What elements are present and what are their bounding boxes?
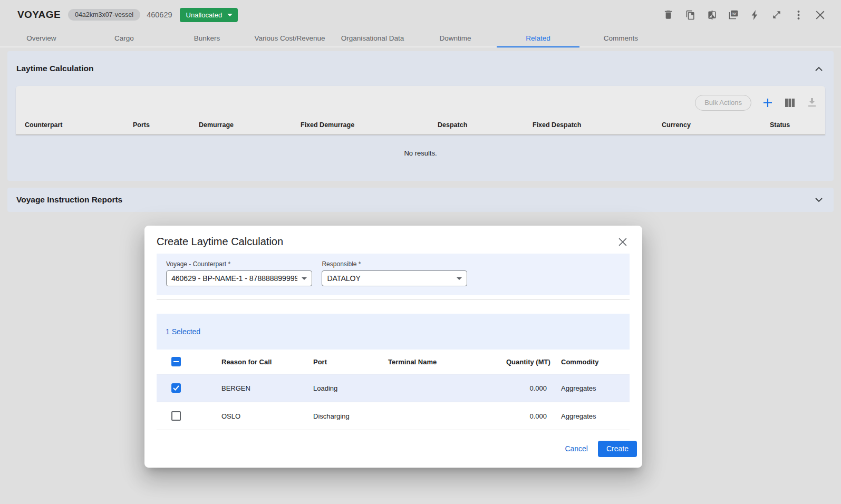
tab-bar: Overview Cargo Bunkers Various Cost/Reve… — [0, 30, 841, 47]
responsible-label: Responsible * — [322, 260, 467, 268]
tab-bunkers[interactable]: Bunkers — [166, 30, 248, 46]
voyage-counterpart-field: Voyage - Counterpart * 460629 - BP-NAME-… — [166, 260, 312, 286]
selection-summary-bar: 1 Selected — [157, 314, 630, 350]
caret-down-icon — [302, 277, 307, 280]
table-row-bergen[interactable]: BERGEN Loading 0.000 Aggregates — [157, 374, 630, 402]
app-header: VOYAGE 04a2km3x07-vessel 460629 Unalloca… — [0, 0, 841, 30]
header-actions: PDF — [663, 9, 825, 20]
column-currency: Currency — [662, 121, 770, 129]
port-call-table: Reason for Call Port Terminal Name Quant… — [157, 350, 630, 430]
flip-page-icon[interactable] — [707, 9, 717, 20]
cell-reason-for-call: OSLO — [221, 412, 313, 420]
voyage-counterpart-value: 460629 - BP-NAME-1 - 878888899999 — [171, 274, 297, 283]
tab-related[interactable]: Related — [497, 30, 579, 46]
cell-port: Loading — [313, 384, 388, 392]
cancel-button[interactable]: Cancel — [556, 440, 596, 457]
voyage-number: 460629 — [147, 11, 172, 19]
row-checkbox-unchecked[interactable] — [171, 411, 181, 421]
cell-reason-for-call: BERGEN — [221, 384, 313, 392]
dialog-form-section: Voyage - Counterpart * 460629 - BP-NAME-… — [157, 254, 630, 295]
column-terminal-name: Terminal Name — [388, 358, 506, 366]
tab-overview[interactable]: Overview — [0, 30, 83, 46]
dialog-title: Create Laytime Calculation — [157, 236, 283, 248]
pdf-icon-label: PDF — [732, 12, 737, 15]
laytime-calculation-panel: Laytime Calculation Bulk Actions Counter… — [7, 51, 834, 181]
tab-comments[interactable]: Comments — [579, 30, 662, 46]
tab-cargo[interactable]: Cargo — [83, 30, 166, 46]
collapse-chevron-up-icon[interactable] — [813, 63, 825, 74]
tab-various-cost-revenue[interactable]: Various Cost/Revenue — [248, 30, 331, 46]
empty-results-message: No results. — [7, 135, 834, 181]
voyage-counterpart-select[interactable]: 460629 - BP-NAME-1 - 878888899999 — [166, 270, 312, 286]
create-laytime-calculation-dialog: Create Laytime Calculation Voyage - Coun… — [144, 226, 642, 468]
responsible-value: DATALOY — [327, 274, 452, 283]
copy-icon[interactable] — [685, 9, 695, 20]
responsible-field: Responsible * DATALOY — [322, 260, 467, 286]
laytime-panel-header: Laytime Calculation — [7, 51, 834, 86]
cell-commodity: Aggregates — [547, 412, 630, 420]
download-icon[interactable] — [806, 97, 818, 109]
laytime-panel-title: Laytime Calculation — [16, 64, 93, 73]
more-vert-icon[interactable] — [793, 9, 804, 20]
column-despatch: Despatch — [438, 121, 533, 129]
cell-quantity: 0.000 — [506, 384, 547, 392]
allocation-status-label: Unallocated — [186, 11, 223, 19]
table-row-oslo[interactable]: OSLO Discharging 0.000 Aggregates — [157, 402, 630, 430]
column-status: Status — [770, 121, 825, 129]
column-ports: Ports — [133, 121, 199, 129]
caret-down-icon — [227, 14, 233, 16]
laytime-toolbar: Bulk Actions — [16, 86, 825, 115]
voyage-counterpart-label: Voyage - Counterpart * — [166, 260, 312, 268]
column-reason-for-call: Reason for Call — [221, 358, 313, 366]
bolt-icon[interactable] — [750, 9, 760, 20]
laytime-table-card: Bulk Actions Counterpart Ports Demurrage… — [16, 86, 825, 135]
column-counterpart: Counterpart — [25, 121, 133, 129]
selection-count: 1 Selected — [166, 327, 200, 336]
dialog-header: Create Laytime Calculation — [144, 226, 642, 253]
column-port: Port — [313, 358, 388, 366]
vir-panel-header: Voyage Instruction Reports — [7, 188, 834, 212]
bulk-actions-button[interactable]: Bulk Actions — [695, 95, 751, 111]
create-button[interactable]: Create — [598, 441, 637, 457]
close-icon[interactable] — [815, 9, 825, 20]
add-icon[interactable] — [762, 97, 774, 109]
row-checkbox-checked[interactable] — [171, 383, 181, 393]
pdf-icon[interactable]: PDF — [728, 9, 739, 20]
column-fixed-despatch: Fixed Despatch — [533, 121, 662, 129]
dialog-close-icon[interactable] — [617, 236, 629, 248]
cell-commodity: Aggregates — [547, 384, 630, 392]
vir-panel-title: Voyage Instruction Reports — [16, 195, 122, 205]
delete-icon[interactable] — [663, 9, 674, 20]
column-quantity-mt: Quantity (MT) — [506, 358, 547, 366]
tab-organisational-data[interactable]: Organisational Data — [331, 30, 414, 46]
page-content: Laytime Calculation Bulk Actions Counter… — [0, 47, 841, 212]
vessel-chip: 04a2km3x07-vessel — [68, 9, 140, 21]
expand-icon[interactable] — [771, 9, 782, 20]
cell-quantity: 0.000 — [506, 412, 547, 420]
column-commodity: Commodity — [547, 358, 630, 366]
cell-port: Discharging — [313, 412, 388, 420]
column-fixed-demurrage: Fixed Demurrage — [301, 121, 438, 129]
divider — [157, 299, 630, 300]
page-title: VOYAGE — [17, 9, 61, 21]
column-demurrage: Demurrage — [199, 121, 301, 129]
indeterminate-mark — [173, 361, 179, 362]
select-all-checkbox[interactable] — [171, 357, 181, 366]
voyage-instruction-reports-panel: Voyage Instruction Reports — [7, 188, 834, 212]
expand-chevron-down-icon[interactable] — [813, 194, 825, 206]
laytime-table-header: Counterpart Ports Demurrage Fixed Demurr… — [16, 115, 825, 134]
tab-downtime[interactable]: Downtime — [414, 30, 497, 46]
columns-icon[interactable] — [784, 97, 796, 109]
allocation-status-dropdown[interactable]: Unallocated — [180, 8, 238, 22]
port-call-table-header: Reason for Call Port Terminal Name Quant… — [157, 350, 630, 374]
caret-down-icon — [457, 277, 462, 280]
responsible-select[interactable]: DATALOY — [322, 270, 467, 286]
dialog-actions: Cancel Create — [144, 430, 642, 467]
